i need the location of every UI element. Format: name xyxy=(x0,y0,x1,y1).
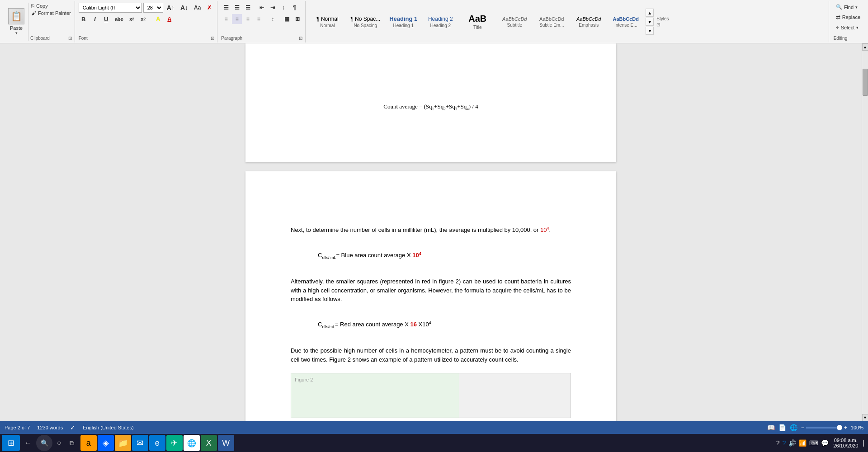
style-emphasis[interactable]: AaBbCcDd Emphasis xyxy=(571,5,607,38)
taskbar-apps: a ◈ 📁 ✉ e ✈ 🌐 X W xyxy=(80,435,234,451)
styles-expand[interactable]: ▾ xyxy=(646,27,654,35)
strikethrough-button[interactable]: abc xyxy=(113,14,126,24)
align-left-button[interactable]: ≡ xyxy=(221,14,231,24)
style-nospace-preview: ¶ No Spac... xyxy=(350,16,380,22)
scroll-down-arrow[interactable]: ▼ xyxy=(862,414,868,421)
start-button[interactable]: ⊞ xyxy=(2,435,20,451)
scroll-track[interactable] xyxy=(862,51,868,414)
align-right-button[interactable]: ≡ xyxy=(243,14,253,24)
zoom-in-icon[interactable]: + xyxy=(844,424,847,431)
wifi-icon[interactable]: 📶 xyxy=(799,439,807,447)
copy-button[interactable]: ⎘ Copy xyxy=(30,3,72,9)
align-center-button[interactable]: ≡ xyxy=(232,14,242,24)
figure-2-placeholder: Figure 2 xyxy=(291,373,571,418)
clear-format-button[interactable]: ✗ xyxy=(204,3,214,13)
style-heading2[interactable]: Heading 2 Heading 2 xyxy=(422,5,458,38)
red-area-formula: Cells/mL= Red area count average X 16 X1… xyxy=(318,320,571,330)
taskbar-excel[interactable]: X xyxy=(201,435,217,451)
bullets-button[interactable]: ☰ xyxy=(221,3,231,13)
text-highlight-button[interactable]: A xyxy=(153,14,163,24)
font-launcher[interactable]: ⊡ xyxy=(211,36,214,41)
scroll-thumb[interactable] xyxy=(863,69,868,96)
paragraph-launcher[interactable]: ⊡ xyxy=(299,36,302,41)
increase-font-button[interactable]: A↑ xyxy=(165,3,177,13)
paste-button[interactable]: 📋 Paste ▾ xyxy=(5,3,28,41)
style-title[interactable]: AaB Title xyxy=(459,5,495,38)
clipboard-group: 📋 Paste ▾ ⎘ Copy 🖌 Format Painter Clipbo… xyxy=(2,1,75,42)
keyboard-icon[interactable]: ⌨ xyxy=(809,439,818,447)
style-no-spacing[interactable]: ¶ No Spac... No Spacing xyxy=(346,5,384,38)
taskbar-dropbox[interactable]: ◈ xyxy=(98,435,114,451)
font-family-select[interactable]: Calibri Light (H xyxy=(79,3,142,13)
change-case-button[interactable]: Aa xyxy=(192,3,203,13)
red-exponent-1: 104 xyxy=(540,226,549,233)
scroll-up-arrow[interactable]: ▲ xyxy=(862,43,868,51)
back-button[interactable]: ← xyxy=(21,435,35,451)
zoom-slider[interactable] xyxy=(806,427,842,428)
multilevel-button[interactable]: ☰ xyxy=(243,3,253,13)
page-2: Next, to determine the number of cells i… xyxy=(245,171,616,421)
cortana-button[interactable]: ○ xyxy=(53,435,65,451)
decrease-indent-button[interactable]: ⇤ xyxy=(257,3,267,13)
web-layout-icon[interactable]: 🌐 xyxy=(790,424,797,431)
zoom-out-icon[interactable]: − xyxy=(801,424,804,431)
editing-group: 🔍 Find ▾ ⇄ Replace ⌖ Select ▾ Editing xyxy=(830,1,866,42)
line-spacing-button[interactable]: ↕ xyxy=(268,14,278,24)
italic-button[interactable]: I xyxy=(90,14,100,24)
clipboard-launcher[interactable]: ⊡ xyxy=(68,36,72,41)
styles-scroll-up[interactable]: ▲ xyxy=(646,9,654,17)
borders-button[interactable]: ⊞ xyxy=(292,14,302,24)
style-intense-emphasis[interactable]: AaBbCcDd Intense E... xyxy=(608,5,644,38)
shading-button[interactable]: ▦ xyxy=(282,14,292,24)
read-mode-icon[interactable]: 📖 xyxy=(767,424,775,431)
format-painter-button[interactable]: 🖌 Format Painter xyxy=(30,10,72,16)
status-bar: Page 2 of 7 1230 words ✓ English (United… xyxy=(0,421,868,434)
select-icon: ⌖ xyxy=(836,24,839,31)
styles-launcher[interactable]: ⊡ xyxy=(656,22,669,27)
print-layout-icon[interactable]: 📄 xyxy=(778,424,786,431)
show-desktop-button[interactable]: | xyxy=(863,439,864,447)
numbering-button[interactable]: ☰ xyxy=(232,3,242,13)
replace-button[interactable]: ⇄ Replace xyxy=(834,13,863,22)
taskbar-files[interactable]: 📁 xyxy=(115,435,131,451)
select-button[interactable]: ⌖ Select ▾ xyxy=(834,23,863,32)
taskbar-tripadvisor[interactable]: ✈ xyxy=(166,435,183,451)
action-center-icon[interactable]: 💬 xyxy=(821,439,829,447)
proofing-icon: ✓ xyxy=(70,424,75,431)
search-button[interactable]: 🔍 xyxy=(36,435,52,451)
document-scroll[interactable]: Count average = (Sq1+Sq2+Sq3+Sq4) / 4 Ne… xyxy=(0,43,862,421)
find-button[interactable]: 🔍 Find ▾ xyxy=(834,3,863,11)
sort-button[interactable]: ↕ xyxy=(278,3,288,13)
style-heading1[interactable]: Heading 1 Heading 1 xyxy=(385,5,421,38)
paste-label: Paste xyxy=(10,25,23,31)
style-subtle-emphasis[interactable]: AaBbCcDd Subtle Em... xyxy=(533,5,570,38)
justify-button[interactable]: ≡ xyxy=(254,14,264,24)
taskbar-word[interactable]: W xyxy=(218,435,234,451)
taskbar-amazon[interactable]: a xyxy=(80,435,97,451)
zoom-control[interactable]: − + xyxy=(801,424,847,431)
underline-button[interactable]: U xyxy=(101,14,111,24)
style-intense-preview: AaBbCcDd xyxy=(613,16,639,22)
font-size-select[interactable]: 28 xyxy=(143,3,163,13)
taskbar-clock[interactable]: 09:08 a.m. 26/10/2020 xyxy=(830,437,861,449)
style-subtle-preview: AaBbCcDd xyxy=(539,16,564,22)
subscript-button[interactable]: x2 xyxy=(127,14,137,24)
taskbar-chrome[interactable]: 🌐 xyxy=(184,435,200,451)
task-view-button[interactable]: ⧉ xyxy=(66,435,78,451)
superscript-button[interactable]: x2 xyxy=(138,14,148,24)
styles-scroll-down[interactable]: ▼ xyxy=(646,18,654,26)
vertical-scrollbar[interactable]: ▲ ▼ xyxy=(862,43,868,421)
decrease-font-button[interactable]: A↓ xyxy=(178,3,190,13)
zoom-thumb[interactable] xyxy=(837,425,842,430)
count-average-formula: Count average = (Sq1+Sq2+Sq3+Sq4) / 4 xyxy=(291,102,571,112)
taskbar-edge[interactable]: e xyxy=(149,435,165,451)
volume-icon[interactable]: 🔊 xyxy=(788,439,796,447)
font-color-button[interactable]: A xyxy=(165,14,175,24)
increase-indent-button[interactable]: ⇥ xyxy=(268,3,278,13)
show-paragraph-button[interactable]: ¶ xyxy=(289,3,299,13)
bold-button[interactable]: B xyxy=(79,14,89,24)
style-normal[interactable]: ¶ Normal Normal xyxy=(309,5,345,38)
taskbar-mail[interactable]: ✉ xyxy=(132,435,148,451)
style-subtitle[interactable]: AaBbCcDd Subtitle xyxy=(496,5,533,38)
style-normal-label: Normal xyxy=(320,23,335,28)
